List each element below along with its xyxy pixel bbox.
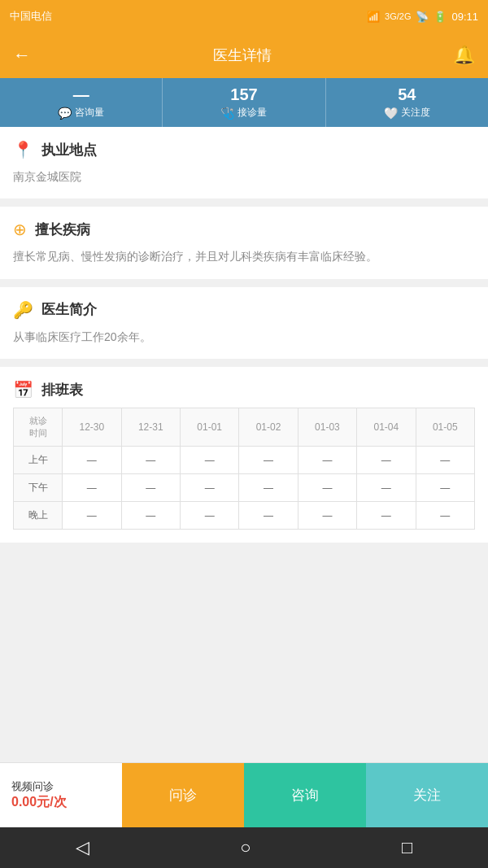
consult-label: 咨询量: [75, 106, 104, 120]
disease-icon: ⊕: [13, 220, 27, 239]
evening-0101: —: [180, 502, 238, 530]
evening-1230: —: [63, 502, 121, 530]
morning-row: 上午 — — — — — — —: [14, 447, 475, 474]
date-1231: 12-31: [121, 408, 180, 447]
info-price: 0.00元/次: [11, 794, 111, 811]
follow-label: 关注度: [401, 106, 430, 120]
date-0104: 01-04: [357, 408, 416, 447]
consult-icon: 💬: [58, 107, 72, 120]
signal-bars-icon: 📡: [416, 11, 429, 23]
stat-consult: — 💬 咨询量: [0, 78, 163, 127]
stat-reception: 157 🩺 接诊量: [163, 78, 325, 127]
afternoon-label: 下午: [14, 474, 63, 502]
schedule-section: 📅 排班表 就诊时间 12-30 12-31 01-01 01-02 01-03…: [0, 367, 488, 543]
date-0101: 01-01: [180, 408, 238, 447]
carrier-label: 中国电信: [10, 9, 52, 24]
evening-0103: —: [298, 502, 356, 530]
disease-text: 擅长常见病、慢性发病的诊断治疗，并且对儿科类疾病有丰富临床经验。: [13, 247, 475, 265]
nav-bar: ◁ ○ □: [0, 827, 488, 868]
bottom-bar: 视频问诊 0.00元/次 问诊 咨询 关注: [0, 762, 488, 827]
location-text: 南京金城医院: [13, 168, 475, 185]
afternoon-row: 下午 — — — — — — —: [14, 474, 475, 502]
signal-label: 3G/2G: [385, 11, 411, 21]
stat-follow: 54 🤍 关注度: [326, 78, 488, 127]
intro-title: 医生简介: [41, 300, 97, 319]
location-title: 执业地点: [41, 141, 97, 159]
afternoon-0103: —: [298, 474, 356, 502]
evening-row: 晚上 — — — — — — —: [14, 502, 475, 530]
afternoon-0104: —: [357, 474, 416, 502]
evening-0102: —: [239, 502, 298, 530]
schedule-table: 就诊时间 12-30 12-31 01-01 01-02 01-03 01-04…: [13, 408, 475, 530]
location-icon: 📍: [13, 140, 33, 159]
disease-header: ⊕ 擅长疾病: [13, 220, 475, 239]
schedule-title: 排班表: [41, 381, 83, 399]
page-title: 医生详情: [213, 46, 272, 65]
follow-number: 54: [398, 85, 416, 104]
evening-0105: —: [416, 502, 474, 530]
date-1230: 12-30: [63, 408, 121, 447]
intro-text: 从事临床医疗工作20余年。: [13, 328, 475, 346]
nav-recent-icon[interactable]: □: [402, 837, 412, 858]
morning-1231: —: [121, 447, 180, 474]
bottom-info: 视频问诊 0.00元/次: [0, 763, 122, 827]
profile-icon: 🔑: [13, 300, 33, 320]
wifi-icon: 📶: [367, 11, 380, 23]
date-0102: 01-02: [239, 408, 298, 447]
morning-0103: —: [298, 447, 356, 474]
info-label: 视频问诊: [11, 779, 111, 794]
schedule-icon: 📅: [13, 380, 33, 399]
back-button[interactable]: ←: [13, 45, 31, 66]
guanzhu-button[interactable]: 关注: [366, 763, 488, 827]
reception-number: 157: [230, 85, 257, 104]
time-column-header: 就诊时间: [14, 408, 63, 447]
evening-1231: —: [121, 502, 180, 530]
wenzhen-button[interactable]: 问诊: [122, 763, 244, 827]
disease-section: ⊕ 擅长疾病 擅长常见病、慢性发病的诊断治疗，并且对儿科类疾病有丰富临床经验。: [0, 207, 488, 278]
location-section: 📍 执业地点 南京金城医院: [0, 127, 488, 198]
date-0105: 01-05: [416, 408, 474, 447]
evening-0104: —: [357, 502, 416, 530]
notification-bell-icon[interactable]: 🔔: [453, 45, 475, 66]
location-header: 📍 执业地点: [13, 140, 475, 159]
status-bar: 中国电信 📶 3G/2G 📡 🔋 09:11: [0, 0, 488, 33]
morning-0105: —: [416, 447, 474, 474]
afternoon-0101: —: [180, 474, 238, 502]
morning-0101: —: [180, 447, 238, 474]
nav-home-icon[interactable]: ○: [240, 837, 251, 858]
consult-number: —: [73, 85, 89, 104]
follow-icon: 🤍: [384, 107, 398, 120]
stats-bar: — 💬 咨询量 157 🩺 接诊量 54 🤍 关注度: [0, 78, 488, 127]
disease-title: 擅长疾病: [35, 220, 90, 239]
afternoon-0105: —: [416, 474, 474, 502]
time-label: 09:11: [451, 11, 478, 23]
zixun-button[interactable]: 咨询: [244, 763, 366, 827]
header: ← 医生详情 🔔: [0, 33, 488, 78]
schedule-header: 📅 排班表: [13, 380, 475, 399]
morning-0104: —: [357, 447, 416, 474]
reception-icon: 🩺: [220, 107, 234, 120]
intro-section: 🔑 医生简介 从事临床医疗工作20余年。: [0, 287, 488, 359]
morning-1230: —: [63, 447, 121, 474]
morning-label: 上午: [14, 447, 63, 474]
reception-label: 接诊量: [237, 106, 267, 120]
status-icons: 📶 3G/2G 📡 🔋 09:11: [367, 11, 478, 23]
intro-header: 🔑 医生简介: [13, 300, 475, 320]
nav-back-icon[interactable]: ◁: [76, 837, 89, 858]
date-0103: 01-03: [298, 408, 356, 447]
afternoon-1231: —: [121, 474, 180, 502]
morning-0102: —: [239, 447, 298, 474]
evening-label: 晚上: [14, 502, 63, 530]
afternoon-1230: —: [63, 474, 121, 502]
afternoon-0102: —: [239, 474, 298, 502]
battery-icon: 🔋: [434, 11, 447, 23]
content-area: 📍 执业地点 南京金城医院 ⊕ 擅长疾病 擅长常见病、慢性发病的诊断治疗，并且对…: [0, 127, 488, 762]
